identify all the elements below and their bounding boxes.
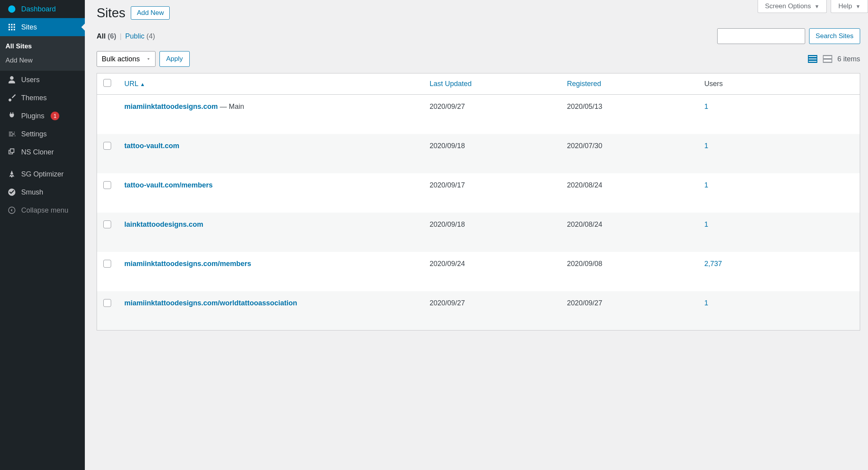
sidebar-item-dashboard[interactable]: Dashboard [0, 0, 85, 18]
cell-registered: 2020/08/24 [560, 213, 698, 252]
chevron-down-icon: ▼ [855, 4, 861, 9]
rocket-icon [7, 169, 16, 179]
filter-all-count: (6) [108, 32, 116, 40]
admin-sidebar: Dashboard Sites All Sites Add New Users … [0, 0, 85, 470]
help-tab[interactable]: Help ▼ [831, 0, 868, 13]
site-url-link[interactable]: miamiinktattoodesigns.com [125, 103, 218, 110]
sidebar-item-plugins[interactable]: Plugins 1 [0, 107, 85, 125]
filter-all-label: All [97, 32, 106, 40]
sidebar-item-label: Dashboard [21, 5, 56, 13]
site-url-link[interactable]: tattoo-vault.com [125, 142, 179, 150]
cell-updated: 2020/09/18 [423, 213, 561, 252]
cell-registered: 2020/05/13 [560, 95, 698, 134]
cell-registered: 2020/09/08 [560, 252, 698, 291]
sidebar-item-label: Smush [21, 188, 43, 196]
network-icon [7, 22, 16, 32]
col-last-updated[interactable]: Last Updated [423, 73, 561, 95]
search-input[interactable] [717, 28, 805, 44]
col-url[interactable]: URL▲ [118, 73, 423, 95]
svg-rect-2 [809, 56, 817, 57]
filter-public-label: Public [125, 32, 145, 40]
table-row: lainktattoodesigns.com2020/09/182020/08/… [97, 213, 860, 252]
sidebar-item-users[interactable]: Users [0, 71, 85, 89]
svg-rect-4 [809, 61, 817, 62]
items-count: 6 items [837, 55, 860, 63]
sidebar-item-label: Collapse menu [21, 206, 68, 215]
users-count-link[interactable]: 1 [704, 220, 708, 228]
site-suffix: — Main [218, 103, 244, 110]
select-all-checkbox[interactable] [103, 79, 111, 87]
sidebar-collapse[interactable]: Collapse menu [0, 201, 85, 219]
users-count-link[interactable]: 1 [704, 181, 708, 189]
chevron-down-icon: ▼ [815, 4, 820, 9]
cell-registered: 2020/07/30 [560, 134, 698, 173]
sliders-icon [7, 129, 16, 139]
sidebar-item-ns-cloner[interactable]: NS Cloner [0, 143, 85, 161]
row-checkbox[interactable] [103, 220, 111, 228]
users-count-link[interactable]: 1 [704, 142, 708, 150]
screen-options-label: Screen Options [765, 2, 811, 10]
filter-all[interactable]: All (6) [97, 32, 116, 40]
dashboard-icon [7, 4, 16, 14]
svg-rect-7 [824, 60, 831, 62]
site-url-link[interactable]: miamiinktattoodesigns.com/worldtattooass… [125, 299, 297, 307]
svg-rect-3 [809, 59, 817, 59]
sidebar-item-label: Settings [21, 130, 47, 138]
table-row: tattoo-vault.com/members2020/09/172020/0… [97, 173, 860, 213]
site-url-link[interactable]: tattoo-vault.com/members [125, 181, 213, 189]
sidebar-item-sg-optimizer[interactable]: SG Optimizer [0, 165, 85, 183]
clone-icon [7, 147, 16, 157]
sidebar-item-settings[interactable]: Settings [0, 125, 85, 143]
add-new-button[interactable]: Add New [131, 6, 170, 20]
row-checkbox[interactable] [103, 181, 111, 189]
table-row: tattoo-vault.com2020/09/182020/07/301 [97, 134, 860, 173]
cell-updated: 2020/09/17 [423, 173, 561, 213]
site-url-link[interactable]: lainktattoodesigns.com [125, 220, 203, 228]
sidebar-sub-add-new[interactable]: Add New [0, 53, 85, 68]
filter-public[interactable]: Public (4) [125, 32, 155, 40]
cell-updated: 2020/09/27 [423, 95, 561, 134]
sidebar-item-sites[interactable]: Sites [0, 18, 85, 36]
apply-button[interactable]: Apply [159, 51, 190, 67]
cell-updated: 2020/09/24 [423, 252, 561, 291]
sidebar-item-label: NS Cloner [21, 148, 54, 156]
site-url-link[interactable]: miamiinktattoodesigns.com/members [125, 260, 251, 268]
top-tabs: Screen Options ▼ Help ▼ [758, 0, 868, 13]
users-count-link[interactable]: 2,737 [704, 260, 722, 268]
sidebar-item-smush[interactable]: Smush [0, 183, 85, 201]
users-count-link[interactable]: 1 [704, 299, 708, 307]
sidebar-sub-all-sites[interactable]: All Sites [0, 39, 85, 53]
sidebar-item-label: Users [21, 76, 40, 84]
col-users: Users [698, 73, 860, 95]
bulk-actions-select[interactable]: Bulk actions [97, 51, 156, 67]
sidebar-item-themes[interactable]: Themes [0, 89, 85, 107]
cell-updated: 2020/09/18 [423, 134, 561, 173]
sidebar-sub-sites: All Sites Add New [0, 36, 85, 71]
sidebar-item-label: Plugins [21, 112, 44, 120]
screen-options-tab[interactable]: Screen Options ▼ [758, 0, 827, 13]
sidebar-item-label: Sites [21, 23, 37, 31]
col-registered[interactable]: Registered [560, 73, 698, 95]
row-checkbox[interactable] [103, 260, 111, 268]
users-count-link[interactable]: 1 [704, 103, 708, 110]
row-checkbox[interactable] [103, 142, 111, 150]
cell-registered: 2020/08/24 [560, 173, 698, 213]
view-list-icon[interactable] [808, 55, 818, 63]
col-url-label: URL [125, 80, 139, 88]
table-row: miamiinktattoodesigns.com — Main2020/09/… [97, 95, 860, 134]
user-icon [7, 75, 16, 84]
filter-public-count: (4) [146, 32, 155, 40]
main-content: Screen Options ▼ Help ▼ Sites Add New Al… [85, 0, 868, 470]
plug-icon [7, 111, 16, 121]
sites-table: URL▲ Last Updated Registered Users miami… [97, 73, 860, 330]
view-excerpt-icon[interactable] [822, 55, 833, 63]
smush-icon [7, 187, 16, 197]
row-checkbox[interactable] [103, 299, 111, 307]
brush-icon [7, 93, 16, 103]
page-title: Sites [97, 6, 125, 20]
search-button[interactable]: Search Sites [809, 28, 860, 44]
cell-registered: 2020/09/27 [560, 291, 698, 330]
collapse-icon [7, 206, 16, 215]
plugins-update-badge: 1 [51, 112, 59, 120]
sort-asc-icon: ▲ [140, 81, 145, 87]
